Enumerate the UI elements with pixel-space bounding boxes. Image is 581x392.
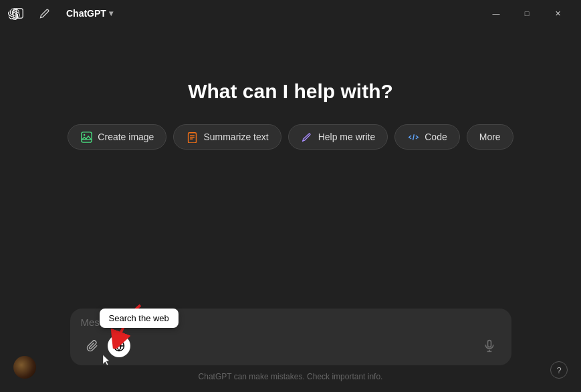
svg-point-2 — [84, 134, 86, 136]
help-button[interactable]: ? — [550, 361, 568, 379]
bottom-area: Search the web ChatGPT can make mistakes… — [0, 309, 581, 392]
app-name-dropdown[interactable]: ChatGPT ▾ — [61, 5, 118, 21]
input-toolbar-left: Search the web — [81, 335, 130, 357]
create-image-icon — [80, 131, 92, 143]
summarize-text-icon — [186, 131, 198, 143]
code-icon — [407, 131, 419, 143]
code-button[interactable]: Code — [394, 124, 459, 150]
more-button[interactable]: More — [467, 124, 513, 150]
chatgpt-logo-area — [8, 8, 20, 20]
attach-button[interactable] — [81, 335, 104, 357]
search-web-tooltip-label: Search the web — [109, 313, 169, 323]
avatar[interactable] — [13, 356, 36, 379]
minimize-button[interactable]: — — [481, 3, 511, 24]
create-image-label: Create image — [98, 132, 154, 142]
summarize-text-label: Summarize text — [203, 132, 268, 142]
window-controls: — □ ✕ — [481, 3, 573, 24]
avatar-image — [13, 356, 36, 379]
disclaimer: ChatGPT can make mistakes. Check importa… — [199, 372, 383, 381]
create-image-button[interactable]: Create image — [68, 124, 166, 150]
new-chat-button[interactable] — [35, 4, 54, 23]
input-container: Search the web — [70, 309, 511, 365]
close-button[interactable]: ✕ — [542, 3, 573, 24]
svg-rect-4 — [188, 132, 196, 142]
search-web-button[interactable] — [108, 335, 130, 357]
help-me-write-icon — [301, 131, 313, 143]
action-buttons: Create image Summarize text Help me w — [68, 124, 513, 150]
main-heading: What can I help with? — [188, 80, 393, 103]
titlebar: ChatGPT ▾ — □ ✕ — [0, 0, 581, 27]
audio-button[interactable] — [478, 335, 501, 357]
chatgpt-logo-icon — [8, 8, 20, 20]
search-web-tooltip: Search the web — [100, 309, 179, 328]
chevron-down-icon: ▾ — [109, 9, 113, 18]
svg-rect-11 — [487, 341, 491, 347]
help-me-write-label: Help me write — [318, 132, 376, 142]
titlebar-left: ChatGPT ▾ — [8, 3, 118, 23]
main-content: What can I help with? Create image — [0, 27, 581, 150]
help-me-write-button[interactable]: Help me write — [288, 124, 388, 150]
maximize-button[interactable]: □ — [511, 3, 542, 24]
more-label: More — [479, 132, 501, 142]
app-name-label: ChatGPT — [66, 8, 106, 19]
input-toolbar: Search the web — [81, 335, 501, 357]
svg-line-8 — [413, 134, 414, 140]
code-label: Code — [425, 132, 447, 142]
summarize-text-button[interactable]: Summarize text — [173, 124, 281, 150]
svg-rect-3 — [82, 132, 92, 142]
